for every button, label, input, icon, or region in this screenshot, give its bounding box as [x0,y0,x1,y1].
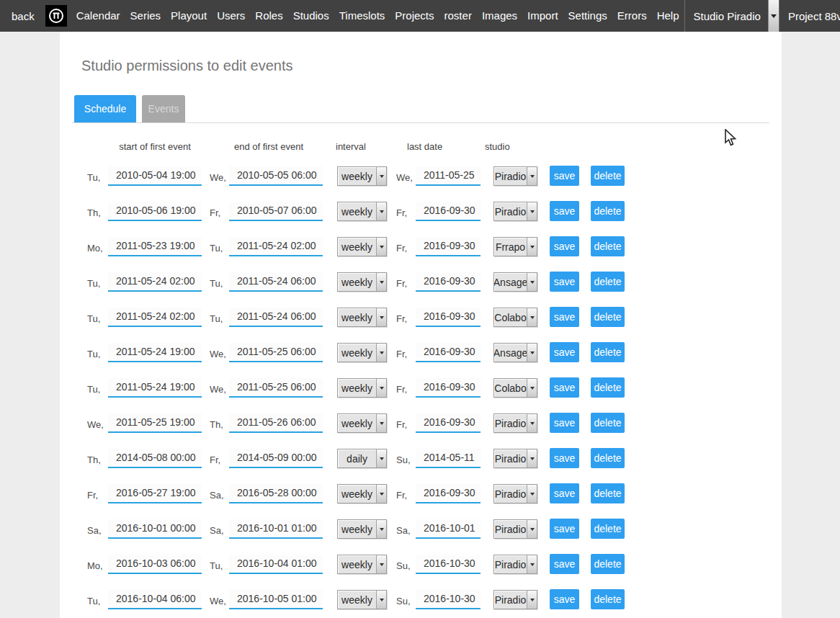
interval-select[interactable]: weekly [337,555,387,574]
chevron-down-icon[interactable] [376,520,386,538]
end-datetime-input[interactable] [229,308,323,327]
delete-button[interactable]: delete [591,236,625,256]
end-datetime-input[interactable] [229,166,323,186]
end-datetime-input[interactable] [229,484,323,503]
chevron-down-icon[interactable] [527,344,537,362]
studio-select[interactable]: Ansage [493,343,537,362]
last-date-input[interactable] [416,378,481,398]
save-button[interactable]: save [550,342,579,362]
last-date-input[interactable] [416,484,481,503]
chevron-down-icon[interactable] [376,449,386,467]
chevron-down-icon[interactable] [527,273,537,291]
save-button[interactable]: save [550,236,579,256]
nav-link-errors[interactable]: Errors [612,9,652,22]
chevron-down-icon[interactable] [376,344,386,362]
studio-select[interactable]: Piradio [493,413,537,433]
nav-link-projects[interactable]: Projects [390,9,439,22]
save-button[interactable]: save [550,589,579,609]
delete-button[interactable]: delete [591,554,625,574]
studio-select[interactable]: Frrapo [493,237,537,256]
chevron-down-icon[interactable] [527,379,537,397]
interval-select[interactable]: weekly [337,237,387,256]
last-date-input[interactable] [416,449,481,468]
delete-button[interactable]: delete [591,448,625,468]
chevron-down-icon[interactable] [527,414,537,432]
start-datetime-input[interactable] [108,272,202,292]
delete-button[interactable]: delete [591,519,625,539]
save-button[interactable]: save [550,448,579,468]
tab-schedule[interactable]: Schedule [74,95,136,122]
studio-select[interactable]: Piradio [493,166,537,186]
start-datetime-input[interactable] [108,519,202,539]
chevron-down-icon[interactable] [376,591,386,609]
chevron-down-icon[interactable] [768,0,779,32]
last-date-input[interactable] [416,202,481,221]
chevron-down-icon[interactable] [527,555,537,573]
nav-link-import[interactable]: Import [522,9,563,22]
start-datetime-input[interactable] [108,555,202,574]
last-date-input[interactable] [416,308,481,327]
nav-link-users[interactable]: Users [212,9,250,22]
end-datetime-input[interactable] [229,378,323,398]
end-datetime-input[interactable] [229,343,323,362]
last-date-input[interactable] [416,413,481,433]
studio-select[interactable]: Colabo [493,308,537,327]
nav-link-calendar[interactable]: Calendar [71,9,125,22]
interval-select[interactable]: weekly [337,166,387,186]
start-datetime-input[interactable] [108,237,202,256]
last-date-input[interactable] [416,519,481,539]
chevron-down-icon[interactable] [527,308,537,326]
studio-nav-select[interactable]: Studio Piradio [684,0,779,32]
delete-button[interactable]: delete [591,201,625,221]
chevron-down-icon[interactable] [527,520,537,538]
chevron-down-icon[interactable] [376,238,386,256]
interval-select[interactable]: weekly [337,308,387,327]
studio-select[interactable]: Piradio [493,202,537,221]
end-datetime-input[interactable] [229,237,323,256]
interval-select[interactable]: daily [337,449,387,468]
interval-select[interactable]: weekly [337,413,387,433]
start-datetime-input[interactable] [108,484,202,503]
chevron-down-icon[interactable] [376,273,386,291]
tab-events[interactable]: Events [142,95,185,122]
end-datetime-input[interactable] [229,519,323,539]
nav-link-timeslots[interactable]: Timeslots [334,9,390,22]
chevron-down-icon[interactable] [527,238,537,256]
start-datetime-input[interactable] [108,166,202,186]
interval-select[interactable]: weekly [337,202,387,221]
interval-select[interactable]: weekly [337,272,387,292]
nav-link-series[interactable]: Series [125,9,166,22]
save-button[interactable]: save [550,272,579,292]
delete-button[interactable]: delete [591,342,625,362]
start-datetime-input[interactable] [108,308,202,327]
start-datetime-input[interactable] [108,449,202,468]
studio-select[interactable]: Ansage [493,272,537,292]
start-datetime-input[interactable] [108,413,202,433]
last-date-input[interactable] [416,555,481,574]
back-link[interactable]: back [12,10,40,22]
last-date-input[interactable] [416,590,481,609]
delete-button[interactable]: delete [591,166,625,186]
chevron-down-icon[interactable] [527,167,537,185]
start-datetime-input[interactable] [108,202,202,221]
chevron-down-icon[interactable] [376,308,386,326]
chevron-down-icon[interactable] [376,379,386,397]
chevron-down-icon[interactable] [376,414,386,432]
chevron-down-icon[interactable] [376,555,386,573]
save-button[interactable]: save [550,483,579,503]
save-button[interactable]: save [550,377,579,398]
chevron-down-icon[interactable] [527,591,537,609]
save-button[interactable]: save [550,307,579,327]
project-nav-select[interactable]: Project 88vier [779,0,840,32]
studio-select[interactable]: Piradio [493,590,537,609]
interval-select[interactable]: weekly [337,519,387,539]
save-button[interactable]: save [550,413,579,433]
nav-link-settings[interactable]: Settings [563,9,612,22]
save-button[interactable]: save [550,201,579,221]
interval-select[interactable]: weekly [337,343,387,362]
studio-select[interactable]: Piradio [493,555,537,574]
delete-button[interactable]: delete [591,307,625,327]
save-button[interactable]: save [550,519,579,539]
delete-button[interactable]: delete [591,483,625,503]
chevron-down-icon[interactable] [527,485,537,503]
